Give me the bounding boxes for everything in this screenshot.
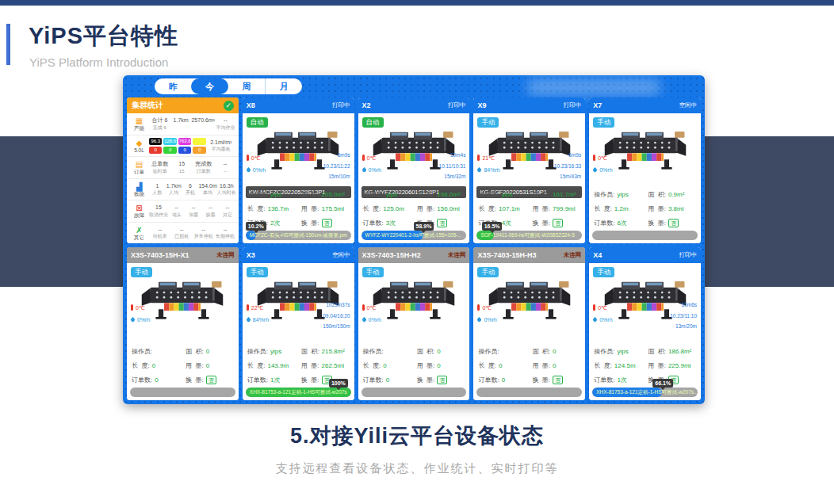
stats-row-label: 产能 xyxy=(129,125,149,131)
ink-swap-flag: 否 xyxy=(553,376,563,384)
orders-value: 6次 xyxy=(617,219,626,227)
file-progress-bar[interactable]: XHX-81753-a-121定稿-1-HS可擦拭-w207s.. xyxy=(592,388,698,397)
device-card-body: 手动 xyxy=(473,263,585,400)
device-card-X8[interactable]: X8 打印中 自动 xyxy=(243,97,354,243)
device-fields: 操作员:yips 面 积:186.8m² 长 度:124.5m 用 墨:225.… xyxy=(594,347,696,384)
device-card-header: X9 打印中 xyxy=(473,97,585,113)
environment-readings: 0℃ 0%rh xyxy=(593,153,612,176)
tab-周[interactable]: 周 xyxy=(228,78,265,94)
humidity-icon xyxy=(246,317,251,323)
top-accent-strip xyxy=(0,0,834,6)
device-card-X2[interactable]: X2 打印中 自动 xyxy=(358,97,470,243)
stats-cell: 完成数订单数 xyxy=(193,160,214,174)
stats-row-效能: ▟效能1人数1.7km人均6开机154.0m单均16.3h人均时长 xyxy=(127,178,239,200)
ink-swap-flag: 否 xyxy=(668,219,679,227)
environment-readings: 0℃ 0%rh xyxy=(362,303,381,326)
ink-swap-flag: 否 xyxy=(322,219,332,227)
ink-level-chip: 96.3 xyxy=(149,138,162,145)
operator-value: yips xyxy=(270,191,281,198)
progress-tooltip: 58.9% xyxy=(414,222,434,231)
area-value: 186.8m² xyxy=(668,348,691,355)
device-card-header: X3S-7403-15H-H2 未连网 xyxy=(358,247,470,263)
device-card-X3S-7403-15H-H2[interactable]: X3S-7403-15H-H2 未连网 手动 xyxy=(358,247,470,400)
length-value: 143.9m xyxy=(267,362,289,369)
temperature-value: 0℃ xyxy=(136,305,145,311)
stats-cell: --缺墨 xyxy=(202,204,219,218)
humidity-value: 0%rh xyxy=(484,317,496,323)
device-card-X4[interactable]: X4 打印中 手动 xyxy=(589,247,701,400)
file-progress-bar[interactable] xyxy=(476,388,582,397)
stats-row-产能: ▦产能合计 6完成 61.7km 2570.6m² --平均作业 xyxy=(127,113,239,135)
ink-value: 0 xyxy=(206,362,209,369)
length-label: 长 度: xyxy=(594,361,612,370)
temperature-value: 0℃ xyxy=(367,305,377,311)
stats-cell: 2570.6m² xyxy=(191,116,215,131)
fault-icon: ⊠ xyxy=(129,204,149,212)
stats-row-5.0L: ◆5.0L96.3128.6763.800002.1ml/m²平均墨耗 xyxy=(127,135,239,157)
temperature-value: 22℃ xyxy=(251,305,264,311)
length-value: 0 xyxy=(383,362,386,369)
file-progress-bar[interactable] xyxy=(362,388,467,397)
temperature-value: 21℃ xyxy=(482,155,495,161)
tab-月[interactable]: 月 xyxy=(265,78,302,94)
progress-tooltip: 16.5% xyxy=(482,222,503,231)
length-value: 0 xyxy=(152,362,155,369)
device-fields: 操作员: 面 积:0 长 度:0 用 墨:0 订单数:0 换 墨:否 xyxy=(478,347,580,384)
file-name xyxy=(476,389,480,395)
other-icon: ✗ xyxy=(129,226,149,235)
file-progress-bar[interactable] xyxy=(592,231,698,240)
file-progress-bar[interactable] xyxy=(130,388,235,397)
operator-label: 操作员: xyxy=(247,347,268,356)
stats-cell: 1.7km xyxy=(170,116,192,131)
length-label: 长 度: xyxy=(478,204,496,213)
device-card-X3S-7403-15H-X1[interactable]: X3S-7403-15H-X1 未连网 手动 xyxy=(127,247,239,400)
device-status: 未连网 xyxy=(216,251,235,259)
orders-label: 订单数: xyxy=(594,376,614,384)
device-card-body: 手动 xyxy=(589,263,701,400)
area-label: 面 积: xyxy=(301,347,319,356)
length-label: 长 度: xyxy=(363,361,381,370)
stats-row-label: 故障 xyxy=(129,212,149,218)
device-card-X9[interactable]: X9 打印中 手动 xyxy=(473,97,585,243)
device-card-body: 手动 xyxy=(243,263,354,400)
ink-value: 225.9ml xyxy=(668,362,691,369)
operator-label: 操作员: xyxy=(594,347,614,356)
tab-昨[interactable]: 昨 xyxy=(155,78,191,94)
area-label: 面 积: xyxy=(301,190,319,199)
operator-value: yips xyxy=(270,348,281,355)
orders-label: 订单数: xyxy=(363,219,384,227)
humidity-icon xyxy=(362,167,367,173)
bar-chart-icon: ▟ xyxy=(129,182,149,191)
humidity-icon xyxy=(476,167,482,173)
ink-level-chip: 128.6 xyxy=(163,138,176,145)
orders-value: 2次 xyxy=(270,219,280,227)
tab-今[interactable]: 今 xyxy=(191,78,228,94)
file-progress-bar[interactable]: MCFZC-石头-HS可擦拭-150cm-减墨量.pm xyxy=(246,231,351,240)
print-progress-info: 1h23m37s09.04/16:20150m/150m xyxy=(323,300,350,332)
file-progress-bar[interactable]: WYFZ-WY220401-2-hs可擦拭-155×105-.. xyxy=(362,231,467,240)
file-progress-bar[interactable]: XHX-81753-a-121定稿-1-HS可擦拭-w207s xyxy=(246,388,351,397)
stats-cell: --加墨 xyxy=(185,204,201,218)
ink-level-chip: 0 xyxy=(149,147,162,154)
ink-swap-flag: 否 xyxy=(437,219,447,227)
file-name: XHX-81753-a-121定稿-1-HS可擦拭-w207s.. xyxy=(592,389,696,395)
swap-label: 换 墨: xyxy=(532,376,550,384)
device-card-X7[interactable]: X7 空闲中 手动 xyxy=(589,97,701,243)
area-label: 面 积: xyxy=(648,347,666,356)
print-progress-info: 10m4s10.11/10:3115m/32m xyxy=(439,150,466,182)
stats-cell: --堵头 xyxy=(168,204,185,218)
device-card-X3S-7403-15H-H3[interactable]: X3S-7403-15H-H3 未连网 手动 xyxy=(473,247,585,400)
device-grid: 集群统计 ✓ ▦产能合计 6完成 61.7km 2570.6m² --平均作业◆… xyxy=(127,97,701,400)
device-card-X3[interactable]: X3 空闲中 手动 xyxy=(243,247,354,400)
thermometer-icon xyxy=(477,155,480,161)
avg-ink-cell: 2.1ml/m²平均墨耗 xyxy=(206,139,236,153)
printer-image xyxy=(372,276,456,322)
operator-label: 操作员: xyxy=(478,347,499,356)
date-range-tabs: 昨今周月 xyxy=(155,78,302,94)
ink-level-chip xyxy=(193,138,205,145)
swap-label: 换 墨: xyxy=(648,219,666,227)
length-value: 107.1m xyxy=(499,205,520,212)
length-value: 136.7m xyxy=(267,205,289,212)
orders-value: 4次 xyxy=(502,219,511,227)
check-circle-icon[interactable]: ✓ xyxy=(224,101,234,111)
